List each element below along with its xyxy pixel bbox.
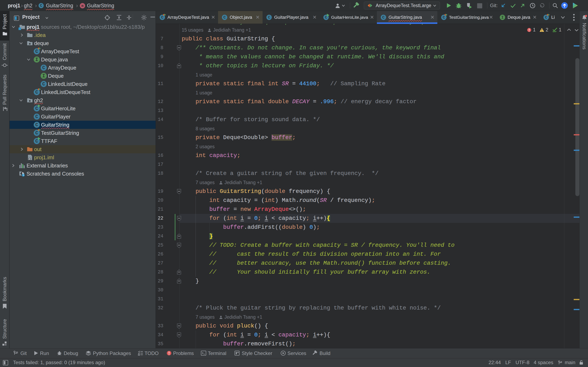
svg-text:C: C	[35, 114, 38, 119]
svg-text:C: C	[42, 65, 45, 71]
svg-text:C: C	[40, 3, 43, 8]
svg-text:C: C	[382, 15, 385, 20]
svg-text:I: I	[35, 57, 38, 62]
svg-text:I: I	[501, 15, 504, 20]
svg-text:m: m	[81, 4, 84, 8]
svg-text:I: I	[42, 73, 45, 79]
svg-text:C: C	[42, 82, 45, 87]
svg-text:C: C	[268, 15, 270, 20]
svg-text:C: C	[35, 122, 38, 128]
svg-text:C: C	[223, 15, 226, 20]
